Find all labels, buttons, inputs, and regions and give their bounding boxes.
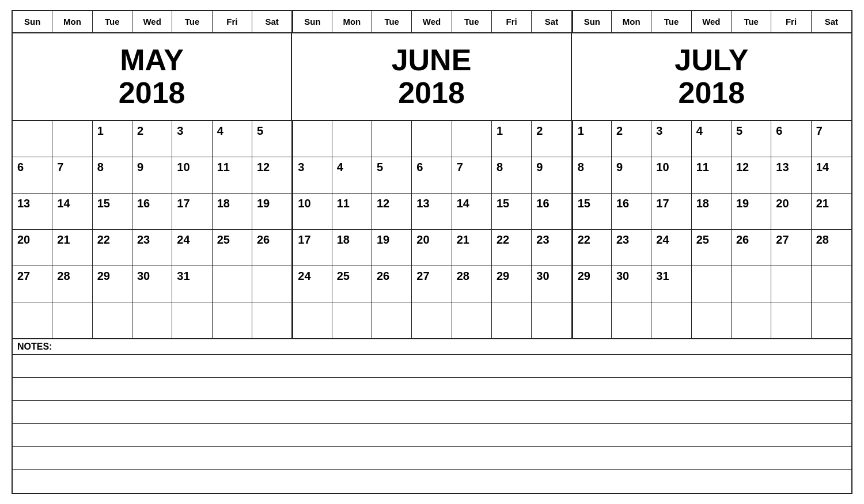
- day-header-12: Fri: [492, 11, 532, 32]
- notes-label: NOTES:: [13, 339, 851, 355]
- cal-cell-1-0: 6: [13, 157, 52, 193]
- cal-cell-5-5: [213, 302, 252, 338]
- calendar-body: 1234512123456767891011123456789891011121…: [13, 121, 851, 338]
- month-year-1: 2018: [292, 77, 570, 109]
- cal-cell-3-19: 27: [771, 230, 811, 266]
- cal-cell-2-1: 14: [52, 194, 92, 229]
- cal-cell-1-7: 3: [292, 157, 332, 193]
- day-header-6: Sat: [252, 11, 292, 32]
- day-header-18: Tue: [732, 11, 771, 32]
- cal-cell-2-2: 15: [93, 194, 132, 229]
- cal-cell-3-1: 21: [52, 230, 92, 266]
- month-titles-row: MAY2018JUNE2018JULY2018: [13, 33, 851, 121]
- cal-cell-2-11: 14: [452, 194, 492, 229]
- cal-cell-3-15: 23: [612, 230, 651, 266]
- day-header-13: Sat: [532, 11, 571, 32]
- month-name-1: JUNE: [292, 44, 570, 77]
- cal-cell-5-19: [771, 302, 811, 338]
- cal-cell-3-16: 24: [651, 230, 691, 266]
- cal-cell-0-16: 3: [651, 121, 691, 157]
- cal-cell-5-13: [532, 302, 571, 338]
- notes-line-3: [13, 424, 851, 447]
- cal-cell-5-15: [612, 302, 651, 338]
- cal-row-1: 67891011123456789891011121314: [13, 157, 851, 194]
- cal-cell-2-13: 16: [532, 194, 571, 229]
- cal-cell-4-1: 28: [52, 266, 92, 302]
- cal-cell-0-13: 2: [532, 121, 571, 157]
- cal-cell-1-9: 5: [372, 157, 412, 193]
- cal-cell-4-20: [812, 266, 851, 302]
- cal-cell-0-9: [372, 121, 412, 157]
- cal-cell-5-20: [812, 302, 851, 338]
- day-header-11: Tue: [452, 11, 492, 32]
- cal-cell-2-14: 15: [572, 194, 612, 229]
- cal-row-0: 12345121234567: [13, 121, 851, 157]
- day-header-4: Tue: [172, 11, 212, 32]
- cal-cell-2-12: 15: [492, 194, 532, 229]
- cal-cell-0-4: 3: [172, 121, 212, 157]
- cal-cell-5-4: [172, 302, 212, 338]
- cal-cell-2-15: 16: [612, 194, 651, 229]
- cal-cell-1-19: 13: [771, 157, 811, 193]
- cal-cell-3-5: 25: [213, 230, 252, 266]
- cal-cell-3-9: 19: [372, 230, 412, 266]
- day-header-20: Sat: [812, 11, 851, 32]
- cal-row-2: 1314151617181910111213141516151617181920…: [13, 194, 851, 230]
- cal-cell-0-8: [332, 121, 372, 157]
- cal-cell-5-9: [372, 302, 412, 338]
- cal-cell-4-3: 30: [132, 266, 172, 302]
- cal-cell-3-4: 24: [172, 230, 212, 266]
- cal-cell-5-0: [13, 302, 52, 338]
- month-name-2: JULY: [572, 44, 851, 77]
- cal-cell-1-1: 7: [52, 157, 92, 193]
- cal-cell-2-18: 19: [732, 194, 771, 229]
- cal-cell-1-12: 8: [492, 157, 532, 193]
- notes-line-0: [13, 355, 851, 378]
- cal-cell-0-7: [292, 121, 332, 157]
- cal-cell-5-7: [292, 302, 332, 338]
- cal-cell-3-10: 20: [412, 230, 452, 266]
- cal-cell-2-20: 21: [812, 194, 851, 229]
- cal-cell-0-14: 1: [572, 121, 612, 157]
- day-header-row: SunMonTueWedTueFriSatSunMonTueWedTueFriS…: [13, 11, 851, 33]
- cal-cell-4-2: 29: [93, 266, 132, 302]
- day-header-16: Tue: [651, 11, 691, 32]
- cal-cell-0-1: [52, 121, 92, 157]
- cal-cell-5-3: [132, 302, 172, 338]
- day-header-19: Fri: [771, 11, 811, 32]
- cal-cell-5-6: [252, 302, 292, 338]
- cal-cell-3-12: 22: [492, 230, 532, 266]
- cal-cell-4-13: 30: [532, 266, 571, 302]
- cal-cell-5-12: [492, 302, 532, 338]
- day-header-2: Tue: [93, 11, 132, 32]
- cal-cell-0-15: 2: [612, 121, 651, 157]
- cal-cell-5-2: [93, 302, 132, 338]
- day-header-3: Wed: [132, 11, 172, 32]
- cal-cell-1-18: 12: [732, 157, 771, 193]
- cal-cell-3-2: 22: [93, 230, 132, 266]
- calendar: SunMonTueWedTueFriSatSunMonTueWedTueFriS…: [12, 10, 852, 494]
- day-header-9: Tue: [372, 11, 412, 32]
- cal-cell-2-19: 20: [771, 194, 811, 229]
- cal-cell-2-0: 13: [13, 194, 52, 229]
- cal-cell-1-14: 8: [572, 157, 612, 193]
- cal-cell-5-16: [651, 302, 691, 338]
- day-header-17: Wed: [692, 11, 732, 32]
- cal-cell-3-7: 17: [292, 230, 332, 266]
- cal-cell-4-9: 26: [372, 266, 412, 302]
- cal-cell-1-15: 9: [612, 157, 651, 193]
- cal-cell-3-20: 28: [812, 230, 851, 266]
- notes-line-4: [13, 447, 851, 470]
- cal-cell-0-20: 7: [812, 121, 851, 157]
- cal-cell-1-11: 7: [452, 157, 492, 193]
- cal-cell-2-9: 12: [372, 194, 412, 229]
- month-title-0: MAY2018: [13, 33, 292, 120]
- cal-cell-1-5: 11: [213, 157, 252, 193]
- cal-row-3: 2021222324252617181920212223222324252627…: [13, 230, 851, 266]
- cal-cell-5-14: [572, 302, 612, 338]
- cal-cell-3-3: 23: [132, 230, 172, 266]
- notes-line-5: [13, 470, 851, 493]
- cal-cell-3-0: 20: [13, 230, 52, 266]
- cal-cell-1-17: 11: [692, 157, 732, 193]
- day-header-7: Sun: [292, 11, 332, 32]
